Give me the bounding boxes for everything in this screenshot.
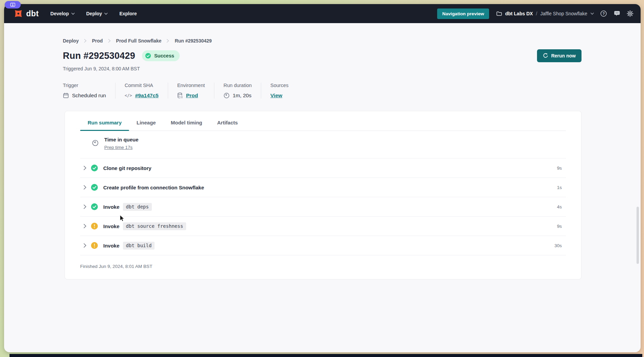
meta-label: Run duration [223,83,252,88]
account-name: dbt Labs DX [505,11,533,16]
breadcrumb-item[interactable]: Run #292530429 [175,38,212,44]
top-navbar: dbt DevelopDeployExplore Navigation prev… [4,4,641,23]
step-label: Clone git repository [103,165,151,171]
dbt-logo-text: dbt [26,9,39,18]
run-summary-card: Run summaryLineageModel timingArtifacts … [65,111,582,279]
breadcrumb-separator-icon [166,39,169,43]
prep-time-link[interactable]: Prep time 17s [104,145,132,150]
step-label: Invoke [103,243,120,249]
page-header: DeployProdProd Full SnowflakeRun #292530… [63,38,582,99]
meta-value: </>#9a147c5 [125,92,159,99]
breadcrumb: DeployProdProd Full SnowflakeRun #292530… [63,38,582,44]
success-status-icon [91,184,98,191]
expand-chevron-icon[interactable] [84,243,87,248]
meta-label: Commit SHA [125,83,159,88]
breadcrumb-item[interactable]: Prod Full Snowflake [116,38,162,44]
chevron-down-icon [71,13,75,15]
status-badge: Success [142,50,180,61]
step-duration: 1s [557,185,562,190]
chevron-down-icon [104,13,108,15]
project-name: Jaffle Shop Snowflake [540,11,587,16]
run-metadata: TriggerScheduled runCommit SHA</>#9a147c… [63,83,582,99]
tab-run-summary[interactable]: Run summary [80,120,129,131]
tab-model-timing[interactable]: Model timing [163,120,210,131]
meta-label: Trigger [63,83,106,88]
help-icon[interactable]: ? [600,10,607,17]
breadcrumb-item[interactable]: Deploy [63,38,79,44]
meta-trigger: TriggerScheduled run [63,83,115,99]
nav-menus: DevelopDeployExplore [50,11,137,16]
meta-value: Scheduled run [63,92,106,99]
step-command-code: dbt build [123,242,155,250]
screen-share-icon [10,3,15,7]
meta-value: 1m, 20s [223,92,252,99]
meta-value-text: Scheduled run [72,92,106,99]
step-duration: 30s [554,243,562,248]
expand-chevron-icon[interactable] [84,204,87,209]
refresh-icon [543,53,548,58]
triggered-timestamp: Triggered Jun 9, 2024, 8:00 AM BST [63,66,582,71]
success-status-icon [91,165,98,171]
meta-value: Prod [177,92,205,99]
calendar-icon [63,92,69,99]
rerun-now-button[interactable]: Rerun now [537,49,582,62]
tab-artifacts[interactable]: Artifacts [210,120,245,131]
navigation-preview-button[interactable]: Navigation preview [437,8,489,19]
status-badge-label: Success [154,53,174,58]
screen-share-badge [5,1,21,8]
step-row: Create profile from connection Snowflake… [80,178,566,197]
nav-menu-label: Explore [119,11,137,16]
nav-menu-explore[interactable]: Explore [119,11,137,16]
tab-lineage[interactable]: Lineage [129,120,163,131]
breadcrumb-separator-icon [108,39,111,43]
meta-label: Sources [270,83,288,88]
nav-menu-develop[interactable]: Develop [50,11,74,16]
meta-value-link[interactable]: Prod [186,92,198,99]
dbt-logo[interactable]: dbt [13,8,39,19]
expand-chevron-icon[interactable] [84,185,87,190]
account-path-separator: / [536,11,537,16]
feedback-icon[interactable] [613,10,621,17]
time-in-queue-title: Time in queue [104,137,139,142]
timer-icon [92,139,99,147]
account-switcher[interactable]: dbt Labs DX / Jaffle Shop Snowflake [496,11,594,16]
code-icon: </> [125,93,132,98]
expand-chevron-icon[interactable] [84,166,87,170]
meta-value: View [270,92,288,99]
step-row: Invokedbt source freshness9s [80,217,566,236]
meta-value-link[interactable]: #9a147c5 [135,92,159,99]
settings-icon[interactable] [626,10,634,17]
mouse-cursor [120,215,125,223]
step-row: Invokedbt deps4s [80,197,566,217]
step-list: Clone git repository9sCreate profile fro… [80,158,566,255]
warning-status-icon [91,223,98,230]
success-check-icon [145,53,151,59]
step-duration: 9s [557,224,562,229]
nav-menu-deploy[interactable]: Deploy [86,11,108,16]
step-duration: 4s [557,204,562,209]
meta-label: Environment [177,83,205,88]
database-icon [177,92,183,99]
nav-menu-label: Develop [50,11,69,16]
chevron-down-icon [590,12,594,15]
step-command-code: dbt deps [123,203,152,211]
step-command-code: dbt source freshness [123,222,186,230]
step-label: Invoke [103,223,120,229]
dbt-logo-icon [13,8,24,19]
time-in-queue-row: Time in queue Prep time 17s [80,131,566,158]
meta-run-duration: Run duration1m, 20s [223,83,261,99]
navbar-right: Navigation preview dbt Labs DX / Jaffle … [437,8,634,19]
page-title: Run #292530429 [63,51,135,61]
scrollbar-thumb[interactable] [637,207,639,264]
bottom-edge-strip [10,354,642,357]
breadcrumb-item[interactable]: Prod [92,38,103,44]
step-label: Invoke [103,204,120,210]
success-status-icon [91,203,98,210]
meta-sources: SourcesView [270,83,298,99]
step-row: Invokedbt build30s [80,236,566,255]
rerun-now-label: Rerun now [551,53,576,58]
meta-commit-sha: Commit SHA</>#9a147c5 [125,83,168,99]
clock-icon [223,92,230,99]
expand-chevron-icon[interactable] [84,224,87,228]
meta-value-link[interactable]: View [270,92,282,99]
